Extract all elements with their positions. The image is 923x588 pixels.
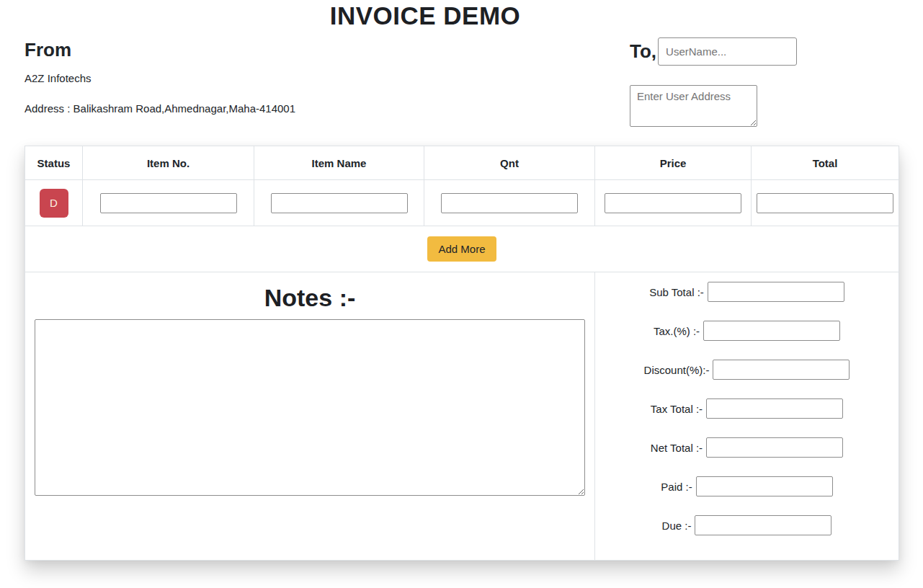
tax-percent-row: Tax.(%) :- bbox=[595, 321, 899, 341]
col-header-item-no: Item No. bbox=[83, 146, 254, 180]
col-header-price: Price bbox=[595, 146, 752, 180]
net-total-label: Net Total :- bbox=[651, 442, 703, 454]
due-label: Due :- bbox=[662, 520, 692, 532]
notes-cell: Notes :- bbox=[25, 272, 595, 561]
tax-total-label: Tax Total :- bbox=[651, 403, 703, 415]
item-row: D bbox=[25, 180, 899, 226]
col-header-total: Total bbox=[752, 146, 899, 180]
col-header-status: Status bbox=[25, 146, 83, 180]
subtotal-row: Sub Total :- bbox=[595, 282, 899, 302]
notes-textarea[interactable] bbox=[35, 319, 585, 496]
bottom-row: Notes :- Sub Total :- Tax.(%) :- Discoun… bbox=[25, 272, 899, 561]
discount-row: Discount(%):- bbox=[595, 360, 899, 380]
discount-label: Discount(%):- bbox=[644, 364, 710, 376]
tax-percent-input[interactable] bbox=[703, 321, 840, 341]
discount-input[interactable] bbox=[713, 360, 850, 380]
page-title: INVOICE DEMO bbox=[24, 1, 826, 30]
qnt-input[interactable] bbox=[441, 193, 578, 213]
paid-label: Paid :- bbox=[661, 481, 692, 493]
delete-row-button[interactable]: D bbox=[40, 189, 68, 218]
tax-percent-label: Tax.(%) :- bbox=[654, 325, 700, 337]
notes-heading: Notes :- bbox=[25, 284, 594, 312]
to-section: To, bbox=[630, 37, 797, 127]
add-more-button[interactable]: Add More bbox=[427, 236, 496, 262]
username-input[interactable] bbox=[658, 37, 797, 66]
due-row: Due :- bbox=[595, 515, 899, 535]
paid-row: Paid :- bbox=[595, 476, 899, 496]
from-address: Address : Balikashram Road,Ahmednagar,Ma… bbox=[24, 102, 295, 115]
total-input[interactable] bbox=[757, 193, 893, 213]
user-address-textarea[interactable] bbox=[630, 85, 757, 127]
invoice-header: INVOICE DEMO From A2Z Infotechs Address … bbox=[0, 0, 923, 146]
totals-cell: Sub Total :- Tax.(%) :- Discount(%):- Ta… bbox=[595, 272, 899, 561]
net-total-input[interactable] bbox=[706, 437, 843, 458]
subtotal-label: Sub Total :- bbox=[649, 286, 704, 298]
item-no-input[interactable] bbox=[100, 193, 237, 213]
from-company: A2Z Infotechs bbox=[24, 72, 295, 84]
add-more-row: Add More bbox=[25, 226, 899, 272]
price-input[interactable] bbox=[605, 193, 741, 213]
tax-total-row: Tax Total :- bbox=[595, 398, 899, 419]
tax-total-input[interactable] bbox=[706, 398, 843, 419]
item-name-input[interactable] bbox=[271, 193, 408, 213]
from-heading: From bbox=[24, 39, 295, 61]
due-input[interactable] bbox=[695, 515, 831, 535]
from-section: From A2Z Infotechs Address : Balikashram… bbox=[24, 39, 295, 115]
col-header-item-name: Item Name bbox=[254, 146, 424, 180]
subtotal-input[interactable] bbox=[708, 282, 844, 302]
paid-input[interactable] bbox=[696, 476, 833, 496]
table-header-row: Status Item No. Item Name Qnt Price Tota… bbox=[25, 146, 899, 180]
invoice-table: Status Item No. Item Name Qnt Price Tota… bbox=[24, 146, 899, 561]
to-heading: To, bbox=[630, 37, 656, 65]
net-total-row: Net Total :- bbox=[595, 437, 899, 458]
col-header-qnt: Qnt bbox=[424, 146, 595, 180]
